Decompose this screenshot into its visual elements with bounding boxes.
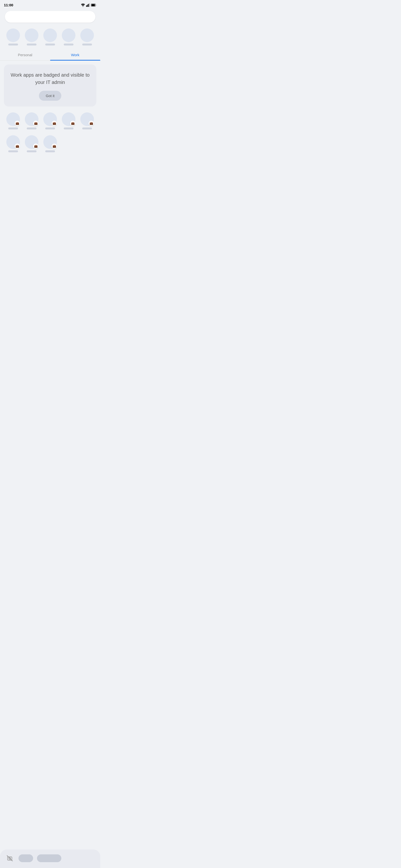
work-badge: 💼 — [14, 121, 20, 126]
app-label-placeholder — [27, 127, 36, 129]
work-app-icon: 💼 — [80, 113, 94, 126]
app-label-placeholder — [64, 127, 73, 129]
tab-personal[interactable]: Personal — [0, 50, 50, 60]
tab-work[interactable]: Work — [50, 50, 100, 60]
briefcase-icon: 💼 — [16, 145, 19, 148]
list-item[interactable] — [5, 28, 21, 45]
work-info-card: Work apps are badged and visible to your… — [4, 64, 96, 106]
work-app-icon: 💼 — [6, 135, 20, 149]
app-label-placeholder — [8, 127, 18, 129]
list-item[interactable] — [24, 28, 39, 45]
app-label-placeholder — [82, 43, 92, 45]
work-badge: 💼 — [52, 121, 57, 126]
work-badge: 💼 — [33, 121, 38, 126]
list-item-empty — [61, 135, 76, 152]
app-icon-placeholder — [62, 28, 75, 42]
list-item[interactable]: 💼 — [42, 135, 58, 152]
top-app-row — [0, 27, 100, 48]
work-badge: 💼 — [52, 144, 57, 149]
list-item[interactable] — [61, 28, 76, 45]
work-app-row-2: 💼 💼 💼 — [0, 133, 100, 154]
wifi-icon — [81, 3, 85, 7]
work-badge: 💼 — [33, 144, 38, 149]
status-bar: 11:00 — [0, 0, 100, 9]
app-label-placeholder — [27, 150, 36, 152]
battery-icon — [91, 4, 96, 6]
app-label-placeholder — [45, 43, 55, 45]
app-label-placeholder — [27, 43, 36, 45]
app-icon-placeholder — [43, 28, 57, 42]
work-app-icon: 💼 — [25, 113, 38, 126]
svg-rect-4 — [89, 3, 90, 7]
work-app-icon: 💼 — [25, 135, 38, 149]
list-item[interactable]: 💼 — [5, 135, 21, 152]
work-app-icon: 💼 — [62, 113, 75, 126]
work-app-icon: 💼 — [6, 113, 20, 126]
work-app-row-1: 💼 💼 💼 💼 💼 — [0, 111, 100, 131]
list-item[interactable]: 💼 — [24, 135, 39, 152]
app-label-placeholder — [8, 43, 18, 45]
briefcase-icon: 💼 — [53, 145, 56, 148]
app-icon-placeholder — [6, 28, 20, 42]
svg-rect-2 — [87, 5, 88, 7]
work-badge: 💼 — [14, 144, 20, 149]
app-label-placeholder — [8, 150, 18, 152]
search-bar[interactable] — [5, 11, 95, 23]
app-icon-placeholder — [25, 28, 38, 42]
work-badge: 💼 — [89, 121, 94, 126]
briefcase-icon: 💼 — [53, 122, 56, 125]
signal-icon — [86, 3, 90, 7]
svg-point-0 — [83, 6, 84, 7]
work-app-icon: 💼 — [43, 135, 57, 149]
status-time: 11:00 — [4, 3, 13, 7]
tabs-container: Personal Work — [0, 50, 100, 61]
app-label-placeholder — [45, 127, 55, 129]
app-icon-placeholder — [80, 28, 94, 42]
briefcase-icon: 💼 — [34, 145, 38, 148]
list-item[interactable]: 💼 — [42, 113, 58, 129]
list-item[interactable]: 💼 — [5, 113, 21, 129]
work-app-icon: 💼 — [43, 113, 57, 126]
svg-rect-3 — [88, 4, 89, 7]
briefcase-icon: 💼 — [71, 122, 75, 125]
briefcase-icon: 💼 — [16, 122, 19, 125]
list-item[interactable]: 💼 — [24, 113, 39, 129]
list-item[interactable] — [79, 28, 95, 45]
list-item[interactable] — [42, 28, 58, 45]
work-badge: 💼 — [70, 121, 75, 126]
briefcase-icon: 💼 — [90, 122, 93, 125]
app-label-placeholder — [45, 150, 55, 152]
status-icons — [81, 3, 96, 7]
list-item[interactable]: 💼 — [79, 113, 95, 129]
got-it-button[interactable]: Got it — [39, 91, 61, 101]
list-item[interactable]: 💼 — [61, 113, 76, 129]
app-label-placeholder — [82, 127, 92, 129]
list-item-empty — [79, 135, 95, 152]
info-card-message: Work apps are badged and visible to your… — [10, 71, 91, 86]
svg-rect-1 — [86, 5, 87, 7]
app-label-placeholder — [64, 43, 73, 45]
svg-rect-6 — [92, 4, 95, 6]
briefcase-icon: 💼 — [34, 122, 38, 125]
